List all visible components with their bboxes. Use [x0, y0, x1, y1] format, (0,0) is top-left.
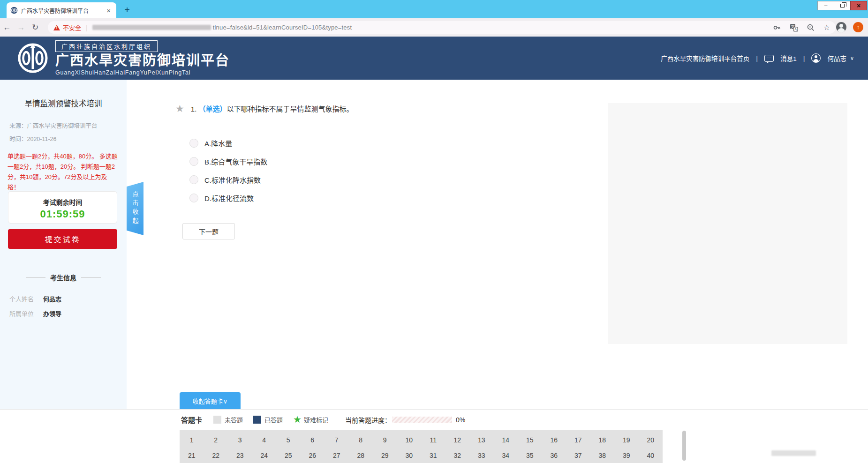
- question-number-cell[interactable]: 29: [373, 450, 397, 463]
- message-icon[interactable]: ···: [764, 55, 774, 62]
- question-number-cell[interactable]: 9: [373, 434, 397, 450]
- nav-username[interactable]: 何品志: [827, 53, 846, 63]
- question-number-cell[interactable]: 15: [518, 434, 542, 450]
- question-number-cell[interactable]: 25: [276, 450, 301, 463]
- question-number-cell[interactable]: 1: [180, 434, 204, 450]
- question-number-cell[interactable]: 34: [494, 450, 518, 463]
- name-label: 个人姓名: [9, 294, 41, 303]
- scrollbar-thumb[interactable]: [682, 431, 686, 461]
- submit-exam-button[interactable]: 提交试卷: [8, 229, 117, 249]
- timer-value: 01:59:59: [8, 208, 117, 220]
- examinee-unit-row: 所属单位 办领导: [9, 309, 117, 318]
- question-number-cell[interactable]: 14: [494, 434, 518, 450]
- question-number-cell[interactable]: 36: [542, 450, 566, 463]
- url-separator: |: [86, 24, 88, 31]
- exam-rules: 单选题一题2分，共40题，80分。 多选题一题2分，共10题，20分。 判断题一…: [8, 151, 119, 193]
- chevron-down-icon[interactable]: ∨: [850, 55, 854, 61]
- answer-card-panel: 答题卡 未答题 已答题 ★ 疑难标记 当前答题进度： 0% 1234567891…: [0, 409, 868, 463]
- timer-label: 考试剩余时间: [8, 197, 117, 207]
- collapse-sidebar-ribbon[interactable]: 点击收起: [127, 182, 143, 235]
- question-number-cell[interactable]: 21: [180, 450, 204, 463]
- question-number-cell[interactable]: 20: [639, 434, 663, 450]
- question-number-cell[interactable]: 11: [421, 434, 445, 450]
- org-badge: 广西壮族自治区水利厅组织: [55, 40, 158, 52]
- user-avatar-icon[interactable]: [811, 53, 821, 63]
- radio-icon[interactable]: [189, 157, 198, 166]
- question-number-cell[interactable]: 35: [518, 450, 542, 463]
- answer-option[interactable]: C.标准化降水指数: [189, 175, 267, 184]
- nav-messages-link[interactable]: 消息1: [780, 53, 797, 63]
- browser-tab[interactable]: 广西水旱灾害防御培训平台 ×: [7, 2, 116, 18]
- nav-separator: |: [756, 55, 758, 62]
- back-icon[interactable]: ←: [0, 23, 14, 32]
- window-restore-button[interactable]: [834, 1, 851, 10]
- question-number-cell[interactable]: 40: [639, 450, 663, 463]
- question-number-cell[interactable]: 12: [445, 434, 470, 450]
- question-number-cell[interactable]: 2: [204, 434, 228, 450]
- translate-icon[interactable]: 文 A: [790, 23, 798, 32]
- question-number-cell[interactable]: 8: [349, 434, 373, 450]
- answer-option[interactable]: D.标准化径流数: [189, 193, 267, 202]
- question-number-cell[interactable]: 26: [301, 450, 325, 463]
- examinee-info-title: 考生信息: [50, 273, 76, 282]
- address-bar[interactable]: 不安全 | tinue=false&id=51&learnCourseID=10…: [48, 21, 836, 34]
- exam-sidebar: 旱情监测预警技术培训 来源：广西水旱灾害防御培训平台 时间：2020-11-26…: [0, 80, 127, 409]
- question-number-cell[interactable]: 32: [445, 450, 470, 463]
- header-nav: 广西水旱灾害防御培训平台首页 | ··· 消息1 | 何品志 ∨: [661, 37, 854, 80]
- reload-icon[interactable]: ↻: [28, 22, 42, 32]
- profile-icon[interactable]: [836, 22, 846, 32]
- question-number-cell[interactable]: 33: [469, 450, 494, 463]
- nav-home-link[interactable]: 广西水旱灾害防御培训平台首页: [661, 53, 749, 63]
- question-number-cell[interactable]: 13: [469, 434, 494, 450]
- flag-question-star-icon[interactable]: ★: [175, 104, 184, 113]
- question-number-cell[interactable]: 27: [325, 450, 349, 463]
- question-number-cell[interactable]: 17: [566, 434, 590, 450]
- question-number-cell[interactable]: 23: [228, 450, 252, 463]
- window-close-button[interactable]: ×: [850, 1, 867, 10]
- question-number-cell[interactable]: 7: [325, 434, 349, 450]
- grid-row-1: 1234567891011121314151617181920: [180, 434, 663, 450]
- unit-label: 所属单位: [9, 309, 41, 318]
- question-number-cell[interactable]: 30: [397, 450, 422, 463]
- next-question-button[interactable]: 下一题: [182, 223, 235, 239]
- screen: 广西水旱灾害防御培训平台 × + – × ← → ↻ 不安全 | tinue=f…: [0, 0, 868, 463]
- tab-close-icon[interactable]: ×: [105, 7, 113, 15]
- question-number-cell[interactable]: 10: [397, 434, 422, 450]
- update-icon[interactable]: ↑: [853, 22, 863, 32]
- question-number-cell[interactable]: 18: [590, 434, 615, 450]
- question-number-cell[interactable]: 22: [204, 450, 228, 463]
- bookmark-icon[interactable]: ☆: [823, 23, 830, 32]
- question-block: ★ 1. （单选）以下哪种指标不属于旱情监测气象指标。: [175, 104, 354, 114]
- question-number-cell[interactable]: 6: [301, 434, 325, 450]
- question-number-cell[interactable]: 38: [590, 450, 615, 463]
- question-number-cell[interactable]: 31: [421, 450, 445, 463]
- question-number-cell[interactable]: 16: [542, 434, 566, 450]
- new-tab-button[interactable]: +: [121, 4, 133, 16]
- radio-icon[interactable]: [189, 175, 198, 184]
- radio-icon[interactable]: [189, 139, 198, 148]
- question-number-cell[interactable]: 37: [566, 450, 590, 463]
- unit-value: 办领导: [43, 309, 61, 318]
- question-body: 以下哪种指标不属于旱情监测气象指标。: [227, 105, 354, 113]
- question-number-cell[interactable]: 19: [614, 434, 639, 450]
- option-label: A.降水量: [204, 138, 232, 148]
- divider-line: [26, 277, 45, 278]
- question-number-cell[interactable]: 39: [614, 450, 639, 463]
- collapse-answer-card-button[interactable]: 收起答题卡∨: [180, 392, 241, 409]
- window-minimize-button[interactable]: –: [817, 1, 834, 10]
- zoom-out-icon[interactable]: [807, 23, 815, 32]
- answer-option[interactable]: B.综合气象干旱指数: [189, 157, 267, 166]
- security-warning-label[interactable]: 不安全: [63, 23, 81, 32]
- platform-logo-icon: [17, 42, 49, 75]
- collapse-ribbon-label: 点击收起: [131, 191, 140, 226]
- question-number-cell[interactable]: 4: [252, 434, 277, 450]
- platform-title: 广西水旱灾害防御培训平台: [55, 53, 230, 68]
- key-icon[interactable]: [773, 23, 781, 32]
- question-number-cell[interactable]: 24: [252, 450, 277, 463]
- answer-option[interactable]: A.降水量: [189, 138, 267, 148]
- radio-icon[interactable]: [189, 194, 198, 202]
- question-number-cell[interactable]: 28: [349, 450, 373, 463]
- question-number-cell[interactable]: 3: [228, 434, 252, 450]
- question-number-cell[interactable]: 5: [276, 434, 301, 450]
- forward-icon[interactable]: →: [14, 23, 28, 32]
